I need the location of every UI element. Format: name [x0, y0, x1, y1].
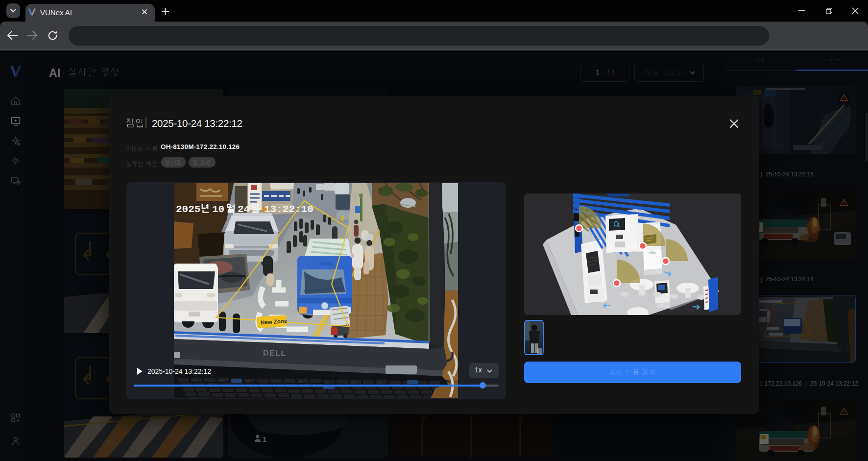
svg-text:24: 24 [238, 204, 250, 215]
svg-text:2025: 2025 [176, 204, 200, 215]
svg-text:DELL: DELL [263, 348, 287, 358]
svg-text:13:22:10: 13:22:10 [264, 204, 313, 215]
svg-text:10: 10 [212, 204, 224, 215]
